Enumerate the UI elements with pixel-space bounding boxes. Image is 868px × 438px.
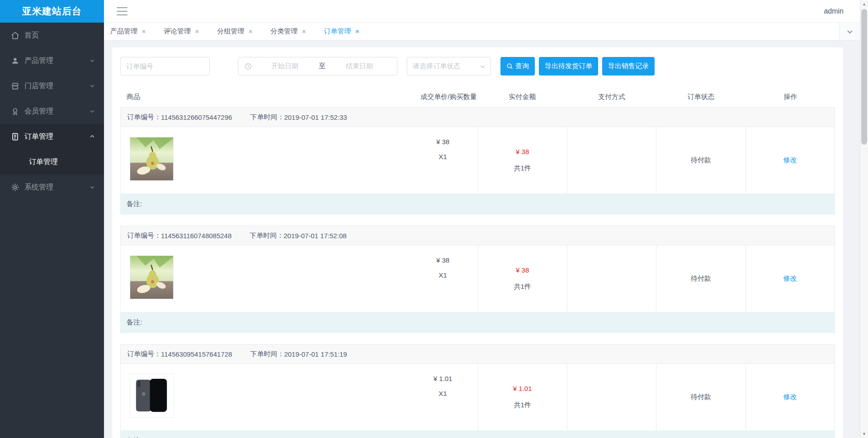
order-block: 订单编号： 1145631160748085248 下单时间： 2019-07-… [120, 226, 835, 333]
cell-payment-method [567, 364, 656, 430]
user-menu[interactable]: admin [824, 7, 844, 15]
app-logo: 亚米建站后台 [0, 0, 104, 23]
tab-orders[interactable]: 订单管理 ✕ [324, 27, 359, 36]
order-no-label: 订单编号： [127, 113, 161, 122]
header-product: 商品 [127, 93, 140, 101]
order-no-input[interactable] [120, 57, 210, 75]
paid-amount: ¥ 1.01 [513, 385, 532, 392]
order-no-value: 1145631266075447296 [161, 113, 232, 121]
user-icon [11, 57, 19, 65]
modify-link[interactable]: 修改 [783, 393, 797, 401]
sidebar-item-system[interactable]: 系统管理 [0, 174, 104, 200]
sidebar-item-label: 系统管理 [24, 183, 90, 192]
scrollbar-thumb[interactable] [861, 9, 867, 145]
status-badge: 待付款 [691, 274, 711, 283]
order-row: ¥ 38 X1 ¥ 38 共1件 待付款 修改 [120, 127, 835, 193]
tab-list-dropdown[interactable] [839, 23, 860, 40]
member-icon [11, 107, 19, 116]
unit-price: ¥ 38 [418, 138, 468, 146]
sidebar-item-home[interactable]: 首页 [0, 23, 104, 48]
total-items: 共1件 [514, 164, 531, 173]
order-row: ¥ 1.01 X1 ¥ 1.01 共1件 待付款 修改 [120, 364, 835, 430]
tab-categories[interactable]: 分类管理 ✕ [270, 27, 306, 36]
cell-actions: 修改 [745, 127, 835, 193]
tab-comments[interactable]: 评论管理 ✕ [164, 27, 199, 36]
home-icon [11, 31, 19, 40]
topbar: admin [104, 0, 860, 23]
chevron-down-icon [90, 58, 95, 63]
sidebar-item-members[interactable]: 会员管理 [0, 99, 104, 124]
sidebar-item-stores[interactable]: 门店管理 [0, 73, 104, 99]
date-start-placeholder[interactable]: 开始日期 [254, 62, 316, 71]
quantity: X1 [418, 271, 468, 279]
cell-paid-amount: ¥ 38 共1件 [478, 245, 567, 312]
search-button[interactable]: 查询 [500, 57, 535, 75]
tab-groups[interactable]: 分组管理 ✕ [217, 27, 253, 36]
close-icon[interactable]: ✕ [142, 29, 146, 34]
sidebar-subitem-order-management[interactable]: 订单管理 [0, 149, 104, 174]
scroll-up-arrow-icon[interactable]: ▲ [860, 0, 868, 8]
clock-icon [245, 63, 252, 70]
menu-toggle-icon[interactable] [117, 7, 127, 15]
close-icon[interactable]: ✕ [195, 29, 199, 34]
export-sales-records-button[interactable]: 导出销售记录 [602, 57, 655, 75]
order-time-label: 下单时间： [250, 350, 284, 358]
sidebar-item-orders[interactable]: 订单管理 [0, 124, 104, 149]
sidebar-item-label: 首页 [24, 31, 95, 40]
order-block: 订单编号： 1145630954157641728 下单时间： 2019-07-… [120, 344, 835, 438]
tab-products[interactable]: 产品管理 ✕ [110, 27, 146, 36]
order-no-label: 订单编号： [127, 350, 161, 358]
chevron-up-icon [90, 134, 95, 139]
paid-amount: ¥ 38 [516, 148, 529, 155]
sidebar-item-products[interactable]: 产品管理 [0, 48, 104, 73]
order-icon [11, 132, 19, 141]
scroll-down-arrow-icon[interactable]: ▼ [860, 430, 868, 438]
order-status-select[interactable]: 请选择订单状态 [407, 57, 491, 75]
close-icon[interactable]: ✕ [248, 29, 253, 34]
pear-product-image [130, 137, 174, 181]
filter-row: 开始日期 至 结束日期 请选择订单状态 查询 导出待发货订单 导出销售记录 [120, 57, 843, 75]
tab-label: 分组管理 [217, 27, 244, 36]
order-card: 开始日期 至 结束日期 请选择订单状态 查询 导出待发货订单 导出销售记录 [112, 47, 843, 438]
phone-product-image [130, 374, 174, 418]
order-no-value: 1145631160748085248 [161, 232, 231, 240]
cell-paid-amount: ¥ 38 共1件 [478, 127, 567, 193]
modify-link[interactable]: 修改 [783, 274, 797, 283]
tab-label: 评论管理 [164, 27, 191, 36]
remark-label: 备注: [127, 200, 142, 207]
total-items: 共1件 [514, 401, 531, 410]
order-time-value: 2019-07-01 17:51:19 [284, 350, 347, 358]
quantity: X1 [418, 153, 468, 160]
quantity: X1 [418, 390, 468, 397]
date-separator: 至 [316, 62, 328, 71]
order-block: 订单编号： 1145631266075447296 下单时间： 2019-07-… [120, 107, 835, 215]
remark-label: 备注: [127, 318, 142, 326]
date-range-picker[interactable]: 开始日期 至 结束日期 [238, 57, 397, 75]
close-icon[interactable]: ✕ [302, 29, 306, 34]
header-paid-amount: 实付金额 [478, 93, 567, 101]
close-icon[interactable]: ✕ [355, 29, 359, 34]
cell-product: ¥ 38 X1 [121, 245, 478, 312]
date-end-placeholder[interactable]: 结束日期 [328, 62, 391, 71]
status-badge: 待付款 [691, 156, 711, 165]
order-remark-row: 备注: [120, 193, 835, 215]
select-placeholder: 请选择订单状态 [413, 62, 460, 71]
table-header-row: 商品 成交单价/购买数量 实付金额 支付方式 订单状态 操作 [120, 87, 835, 107]
cell-product: ¥ 1.01 X1 [121, 364, 478, 430]
total-items: 共1件 [514, 283, 531, 291]
tab-label: 订单管理 [324, 27, 351, 36]
modify-link[interactable]: 修改 [783, 156, 797, 165]
cell-paid-amount: ¥ 1.01 共1件 [478, 364, 567, 430]
gear-icon [11, 183, 19, 192]
order-time-value: 2019-07-01 17:52:08 [283, 232, 346, 240]
sidebar: 亚米建站后台 首页 产品管理 门店管理 会员管理 订单管理 [0, 0, 104, 438]
status-badge: 待付款 [691, 393, 711, 401]
export-pending-orders-button[interactable]: 导出待发货订单 [539, 57, 598, 75]
pear-product-image [130, 255, 174, 299]
cell-actions: 修改 [745, 245, 835, 312]
chevron-down-icon [90, 83, 95, 89]
price-quantity: ¥ 38 X1 [418, 138, 468, 160]
header-unit-price-qty: 成交单价/购买数量 [420, 93, 477, 101]
main-area: admin 产品管理 ✕ 评论管理 ✕ 分组管理 ✕ 分类管理 ✕ 订单管理 ✕ [104, 0, 860, 438]
window-scrollbar[interactable]: ▲ ▼ [860, 0, 868, 438]
